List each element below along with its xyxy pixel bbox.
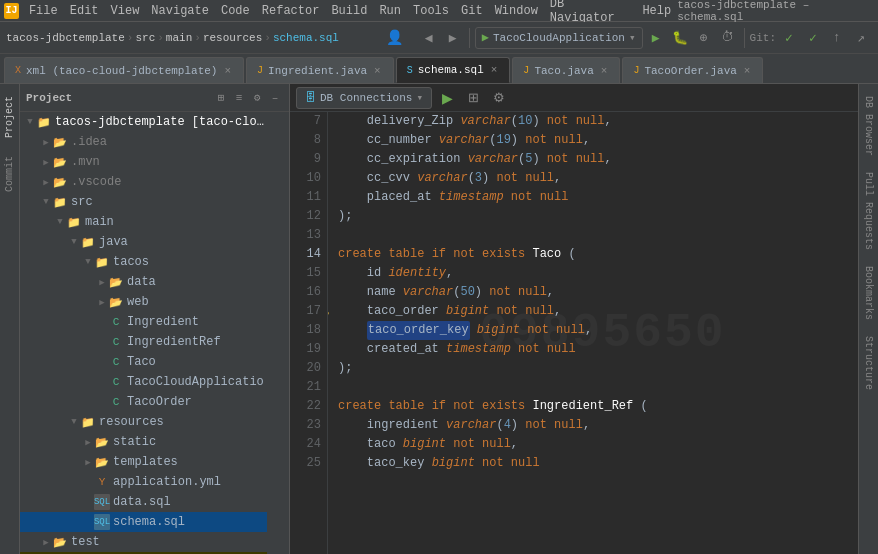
tab-taco[interactable]: J Taco.java × <box>512 57 620 83</box>
line-numbers: 7 8 9 10 11 12 13 14 15 16 17 18 19 20 2… <box>290 112 328 554</box>
panel-expand-icon[interactable]: ⊞ <box>213 90 229 106</box>
tree-main-icon: 📁 <box>66 214 82 230</box>
vcs-user-icon[interactable]: 👤 <box>384 27 406 49</box>
git-branch-icon[interactable]: ↑ <box>826 27 848 49</box>
code-line-21 <box>338 378 858 397</box>
tree-test[interactable]: ▶ 📂 test <box>20 532 267 552</box>
profile-button[interactable]: ⏱ <box>717 27 739 49</box>
tree-static-label: static <box>113 435 156 449</box>
breadcrumb-area: tacos-jdbctemplate › src › main › resour… <box>6 32 382 44</box>
debug-button[interactable]: 🐛 <box>669 27 691 49</box>
tree-data-folder[interactable]: ▶ 📂 data <box>20 272 267 292</box>
tree-idea-icon: 📂 <box>52 134 68 150</box>
code-content: 09895650 7 8 9 10 11 12 13 14 15 16 17 1… <box>290 112 858 554</box>
menu-help[interactable]: Help <box>636 2 677 20</box>
tree-web[interactable]: ▶ 📂 web <box>20 292 267 312</box>
tree-tacos[interactable]: ▼ 📁 tacos <box>20 252 267 272</box>
panel-settings-icon[interactable]: ≡ <box>231 90 247 106</box>
panel-gear-icon[interactable]: ⚙ <box>249 90 265 106</box>
coverage-button[interactable]: ⊕ <box>693 27 715 49</box>
code-line-24: taco bigint not null, <box>338 435 858 454</box>
code-editor[interactable]: 🗄 DB Connections ▾ ▶ ⊞ ⚙ 09895650 7 8 9 … <box>290 84 858 554</box>
db-run-button[interactable]: ▶ <box>436 87 458 109</box>
tree-templates[interactable]: ▶ 📂 templates <box>20 452 267 472</box>
line-num-23: 23 <box>290 416 321 435</box>
tree-root[interactable]: ▼ 📁 tacos-jdbctemplate [taco-cloud-jdbct <box>20 112 267 132</box>
tree-java[interactable]: ▼ 📁 java <box>20 232 267 252</box>
tree-ingredient[interactable]: ▶ C Ingredient <box>20 312 267 332</box>
line-num-14: 14 <box>290 245 321 264</box>
tree-idea[interactable]: ▶ 📂 .idea <box>20 132 267 152</box>
right-tab-db-browser[interactable]: DB Browser <box>861 88 876 164</box>
tree-taco-order-class[interactable]: ▶ C TacoOrder <box>20 392 267 412</box>
menu-run[interactable]: Run <box>373 2 407 20</box>
db-settings-icon[interactable]: ⚙ <box>488 87 510 109</box>
panel-minimize-icon[interactable]: – <box>267 90 283 106</box>
tab-ingredient[interactable]: J Ingredient.java × <box>246 57 394 83</box>
tree-static[interactable]: ▶ 📂 static <box>20 432 267 452</box>
tree-schema-sql[interactable]: ▶ SQL schema.sql <box>20 512 267 532</box>
right-tab-structure[interactable]: Structure <box>861 328 876 398</box>
window-title: tacos-jdbctemplate – schema.sql <box>677 0 874 23</box>
tab-schema-close[interactable]: × <box>489 63 500 77</box>
menu-build[interactable]: Build <box>325 2 373 20</box>
tree-ingredient-ref[interactable]: ▶ C IngredientRef <box>20 332 267 352</box>
tree-vscode[interactable]: ▶ 📂 .vscode <box>20 172 267 192</box>
tree-src[interactable]: ▼ 📁 src <box>20 192 267 212</box>
menu-code[interactable]: Code <box>215 2 256 20</box>
menu-tools[interactable]: Tools <box>407 2 455 20</box>
main-toolbar: tacos-jdbctemplate › src › main › resour… <box>0 22 878 54</box>
tab-taco-order-close[interactable]: × <box>742 64 753 78</box>
tree-schema-icon: SQL <box>94 514 110 530</box>
tab-taco-order[interactable]: J TacoOrder.java × <box>622 57 763 83</box>
menu-window[interactable]: Window <box>489 2 544 20</box>
menu-refactor[interactable]: Refactor <box>256 2 326 20</box>
tab-xml-close[interactable]: × <box>222 64 233 78</box>
db-table-icon[interactable]: ⊞ <box>462 87 484 109</box>
tree-main-label: main <box>85 215 114 229</box>
tree-data-sql[interactable]: ▶ SQL data.sql <box>20 492 267 512</box>
tree-test-label: test <box>71 535 100 549</box>
tab-ingredient-close[interactable]: × <box>372 64 383 78</box>
code-line-23: ingredient varchar(4) not null, <box>338 416 858 435</box>
run-button[interactable]: ▶ <box>645 27 667 49</box>
tab-schema[interactable]: S schema.sql × <box>396 57 511 83</box>
menu-edit[interactable]: Edit <box>64 2 105 20</box>
code-line-19: created_at timestamp not null <box>338 340 858 359</box>
tree-root-arrow: ▼ <box>24 117 36 127</box>
tree-taco-class[interactable]: ▶ C Taco <box>20 352 267 372</box>
tree-mvn[interactable]: ▶ 📂 .mvn <box>20 152 267 172</box>
tree-resources[interactable]: ▼ 📁 resources <box>20 412 267 432</box>
code-line-16: name varchar(50) not null, <box>338 283 858 302</box>
line-num-17: 17 <box>290 302 321 321</box>
right-tab-pull-requests[interactable]: Pull Requests <box>861 164 876 258</box>
navigate-forward-icon[interactable]: ▶ <box>442 27 464 49</box>
tab-taco-close[interactable]: × <box>599 64 610 78</box>
breadcrumb-resources: resources <box>203 32 262 44</box>
left-tab-project[interactable]: Project <box>2 88 17 146</box>
menu-git[interactable]: Git <box>455 2 489 20</box>
right-tab-bookmarks[interactable]: Bookmarks <box>861 258 876 328</box>
db-connections-button[interactable]: 🗄 DB Connections ▾ <box>296 87 432 109</box>
git-update-icon[interactable]: ✓ <box>778 27 800 49</box>
code-line-9: cc_expiration varchar(5) not null, <box>338 150 858 169</box>
project-sidebar: Project ⊞ ≡ ⚙ – ▼ 📁 tacos-jdbctemplate [… <box>20 84 290 554</box>
tree-application-yml[interactable]: ▶ Y application.yml <box>20 472 267 492</box>
menu-view[interactable]: View <box>105 2 146 20</box>
git-push-icon[interactable]: ✓ <box>802 27 824 49</box>
left-tab-commit[interactable]: Commit <box>2 148 17 200</box>
line-num-9: 9 <box>290 150 321 169</box>
menu-navigate[interactable]: Navigate <box>145 2 215 20</box>
run-config-selector[interactable]: ▶ TacoCloudApplication ▾ <box>475 27 643 49</box>
tree-taco-cloud-app[interactable]: ▶ C TacoCloudApplicatio <box>20 372 267 392</box>
tab-ingredient-icon: J <box>257 65 263 76</box>
code-text[interactable]: delivery_Zip varchar(10) not null, cc_nu… <box>328 112 858 554</box>
tab-xml[interactable]: X xml (taco-cloud-jdbctemplate) × <box>4 57 244 83</box>
tree-main[interactable]: ▼ 📁 main <box>20 212 267 232</box>
navigate-back-icon[interactable]: ◀ <box>418 27 440 49</box>
line-num-24: 24 <box>290 435 321 454</box>
menu-file[interactable]: File <box>23 2 64 20</box>
git-fetch-icon[interactable]: ↗ <box>850 27 872 49</box>
tab-ingredient-label: Ingredient.java <box>268 65 367 77</box>
tree-test-arrow: ▶ <box>40 537 52 548</box>
